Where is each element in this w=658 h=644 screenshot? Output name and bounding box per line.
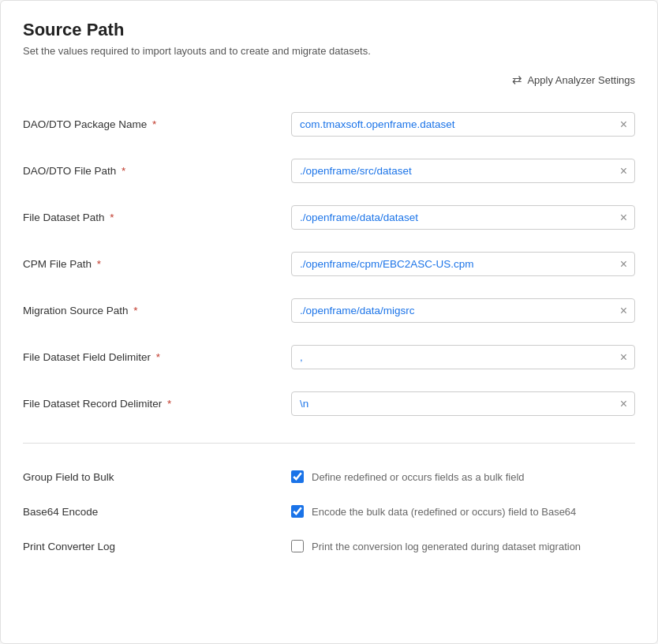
- clear-button-dao-dto-package-name[interactable]: ×: [619, 118, 629, 131]
- form-row-file-dataset-path: File Dataset Path *×: [23, 194, 635, 241]
- input-wrap-migration-source-path: ×: [291, 298, 635, 323]
- label-dao-dto-package-name: DAO/DTO Package Name *: [23, 118, 291, 130]
- form-row-dao-dto-file-path: DAO/DTO File Path *×: [23, 148, 635, 194]
- input-wrap-file-dataset-record-delimiter: ×: [291, 391, 635, 416]
- input-wrap-file-dataset-field-delimiter: ×: [291, 345, 635, 369]
- input-file-dataset-record-delimiter[interactable]: [291, 391, 635, 416]
- input-dao-dto-package-name[interactable]: [291, 112, 635, 137]
- checkbox-input-group-field-to-bulk[interactable]: [291, 470, 304, 483]
- checkbox-wrap-print-converter-log: Print the conversion log generated durin…: [291, 540, 635, 552]
- label-file-dataset-path: File Dataset Path *: [23, 212, 291, 223]
- input-file-dataset-field-delimiter[interactable]: [291, 345, 635, 369]
- required-indicator: *: [149, 118, 156, 130]
- apply-settings-label: Apply Analyzer Settings: [527, 74, 635, 86]
- clear-button-file-dataset-path[interactable]: ×: [619, 212, 629, 224]
- label-cpm-file-path: CPM File Path *: [23, 258, 291, 270]
- required-indicator: *: [153, 351, 160, 363]
- form-row-migration-source-path: Migration Source Path *×: [23, 287, 635, 334]
- form-section: DAO/DTO Package Name *×DAO/DTO File Path…: [23, 101, 635, 427]
- checkbox-wrap-group-field-to-bulk: Define redefined or occurs fields as a b…: [291, 470, 635, 483]
- clear-button-file-dataset-field-delimiter[interactable]: ×: [619, 351, 629, 364]
- clear-button-cpm-file-path[interactable]: ×: [619, 258, 629, 271]
- form-row-dao-dto-package-name: DAO/DTO Package Name *×: [23, 101, 635, 148]
- section-divider: [23, 443, 635, 444]
- required-indicator: *: [94, 258, 101, 270]
- checkbox-label-base64-encode: Base64 Encode: [23, 506, 291, 518]
- page-subtitle: Set the values required to import layout…: [23, 45, 635, 57]
- checkbox-wrap-base64-encode: Encode the bulk data (redefined or occur…: [291, 505, 635, 518]
- page-title: Source Path: [23, 20, 635, 40]
- form-row-file-dataset-record-delimiter: File Dataset Record Delimiter *×: [23, 380, 635, 427]
- input-migration-source-path[interactable]: [291, 298, 635, 323]
- form-row-file-dataset-field-delimiter: File Dataset Field Delimiter *×: [23, 334, 635, 380]
- required-indicator: *: [164, 398, 171, 410]
- input-wrap-dao-dto-file-path: ×: [291, 159, 635, 183]
- checkbox-row-base64-encode: Base64 EncodeEncode the bulk data (redef…: [23, 494, 635, 529]
- apply-bar: ⇄ Apply Analyzer Settings: [23, 73, 635, 87]
- source-path-card: Source Path Set the values required to i…: [0, 0, 658, 644]
- input-wrap-dao-dto-package-name: ×: [291, 112, 635, 137]
- checkbox-input-base64-encode[interactable]: [291, 505, 304, 518]
- input-file-dataset-path[interactable]: [291, 205, 635, 230]
- checkbox-row-group-field-to-bulk: Group Field to BulkDefine redefined or o…: [23, 459, 635, 494]
- label-file-dataset-field-delimiter: File Dataset Field Delimiter *: [23, 351, 291, 363]
- input-wrap-cpm-file-path: ×: [291, 252, 635, 276]
- input-dao-dto-file-path[interactable]: [291, 159, 635, 183]
- input-wrap-file-dataset-path: ×: [291, 205, 635, 230]
- label-dao-dto-file-path: DAO/DTO File Path *: [23, 165, 291, 177]
- checkbox-desc-group-field-to-bulk: Define redefined or occurs fields as a b…: [312, 471, 525, 483]
- required-indicator: *: [107, 212, 114, 223]
- checkbox-desc-print-converter-log: Print the conversion log generated durin…: [312, 541, 581, 552]
- checkbox-input-print-converter-log[interactable]: [291, 540, 304, 552]
- apply-icon: ⇄: [512, 73, 522, 87]
- checkbox-section: Group Field to BulkDefine redefined or o…: [23, 459, 635, 564]
- apply-analyzer-settings-button[interactable]: ⇄ Apply Analyzer Settings: [512, 73, 635, 87]
- required-indicator: *: [131, 305, 138, 316]
- checkbox-desc-base64-encode: Encode the bulk data (redefined or occur…: [312, 506, 576, 518]
- checkbox-label-group-field-to-bulk: Group Field to Bulk: [23, 471, 291, 483]
- label-migration-source-path: Migration Source Path *: [23, 305, 291, 316]
- form-row-cpm-file-path: CPM File Path *×: [23, 241, 635, 287]
- required-indicator: *: [118, 165, 125, 177]
- input-cpm-file-path[interactable]: [291, 252, 635, 276]
- clear-button-migration-source-path[interactable]: ×: [619, 305, 629, 317]
- label-file-dataset-record-delimiter: File Dataset Record Delimiter *: [23, 398, 291, 410]
- checkbox-row-print-converter-log: Print Converter LogPrint the conversion …: [23, 529, 635, 564]
- clear-button-dao-dto-file-path[interactable]: ×: [619, 165, 629, 178]
- checkbox-label-print-converter-log: Print Converter Log: [23, 541, 291, 552]
- clear-button-file-dataset-record-delimiter[interactable]: ×: [619, 398, 629, 410]
